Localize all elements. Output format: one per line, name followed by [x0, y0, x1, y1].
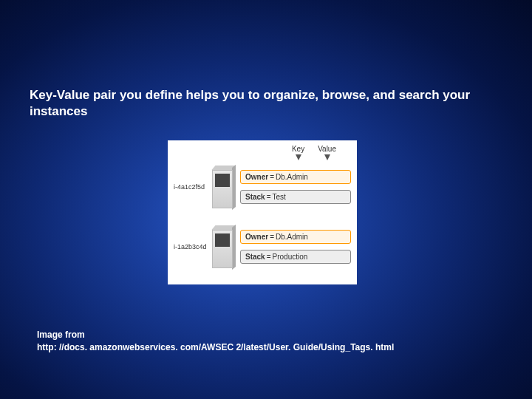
tag-box: Stack = Test — [240, 190, 351, 204]
server-icon — [212, 166, 233, 208]
tag-box: Stack = Production — [240, 250, 351, 264]
value-label-text: Value — [318, 145, 336, 153]
instance-row: i-4a1c2f5d Owner = Db.Admin Stack = Test — [174, 166, 351, 208]
tags-column: Owner = Db.Admin Stack = Test — [240, 170, 351, 204]
key-column-label: Key — [292, 145, 304, 160]
instance-id: i-4a1c2f5d — [174, 183, 212, 191]
tag-key: Stack — [245, 253, 265, 261]
tag-box: Owner = Db.Admin — [240, 230, 351, 244]
tag-key: Owner — [245, 233, 268, 241]
tag-value: Db.Admin — [276, 233, 308, 241]
arrow-down-icon — [296, 154, 301, 160]
server-icon — [212, 225, 233, 268]
tag-key: Stack — [245, 193, 265, 201]
slide-title: Key-Value pair you define helps you to o… — [30, 87, 495, 120]
tag-box: Owner = Db.Admin — [240, 170, 351, 184]
caption-line-1: Image from — [37, 329, 495, 341]
tags-column: Owner = Db.Admin Stack = Production — [240, 230, 351, 264]
equals-sign: = — [270, 173, 274, 181]
instance-row: i-1a2b3c4d Owner = Db.Admin Stack = Prod… — [174, 225, 351, 268]
tag-value: Test — [273, 193, 286, 201]
equals-sign: = — [267, 253, 271, 261]
tag-key: Owner — [245, 173, 268, 181]
image-caption: Image from http: //docs. amazonwebservic… — [37, 329, 495, 354]
caption-line-2: http: //docs. amazonwebservices. com/AWS… — [37, 341, 495, 354]
equals-sign: = — [267, 193, 271, 201]
arrow-down-icon — [324, 154, 330, 160]
value-column-label: Value — [318, 145, 336, 160]
tag-value: Production — [273, 253, 308, 261]
tag-value: Db.Admin — [276, 173, 308, 181]
diagram-header: Key Value — [168, 145, 357, 160]
equals-sign: = — [270, 233, 274, 241]
tags-diagram: Key Value i-4a1c2f5d Owner = Db.Admin St… — [168, 140, 357, 284]
key-label-text: Key — [292, 145, 304, 153]
instance-id: i-1a2b3c4d — [174, 243, 212, 250]
